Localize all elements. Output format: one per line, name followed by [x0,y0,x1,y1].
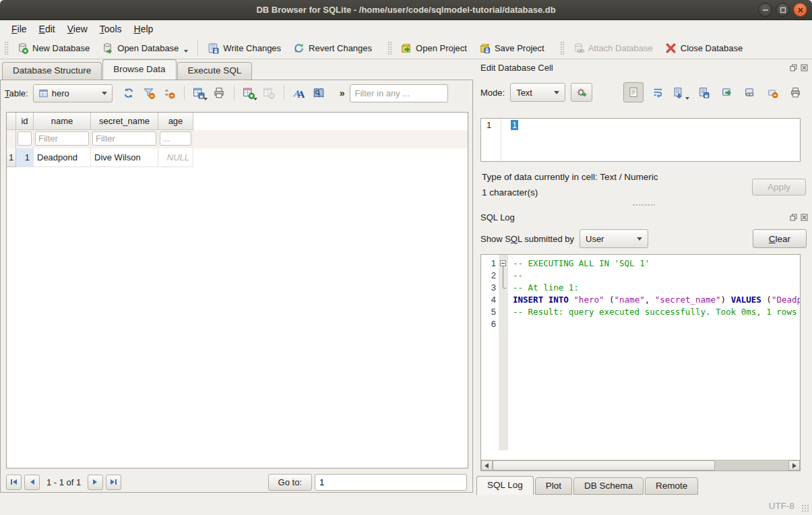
dropdown-caret[interactable] [685,97,689,100]
toolbar-grip[interactable] [387,41,392,55]
float-dock-icon[interactable] [789,63,798,72]
find-in-table-button[interactable] [310,84,328,102]
filter-input-age[interactable] [160,131,191,146]
scrollbar-thumb[interactable] [493,460,715,471]
first-page-button[interactable] [6,475,22,490]
save-project-button[interactable]: Save Project [473,40,551,57]
table-label: Table: [5,88,28,98]
dropdown-caret[interactable] [204,98,208,100]
row-header[interactable]: 1 [7,148,16,167]
next-page-button[interactable] [88,475,103,490]
grid-header-row: id name secret_name age [7,113,468,130]
table-select[interactable]: hero [33,84,113,102]
new-database-button[interactable]: New Database [11,40,96,57]
sql-log-view[interactable]: 1 2 3 4 5 6 -- EXECUTING ALL IN 'SQL 1'-… [480,254,801,471]
open-link-button[interactable] [741,84,758,101]
scroll-left-arrow[interactable] [481,460,493,471]
cell-name[interactable]: Deadpond [34,148,91,167]
filter-any-column-input[interactable] [350,84,448,102]
menu-help[interactable]: Help [128,22,160,36]
fold-margin[interactable] [499,255,508,450]
show-sql-select[interactable]: User [580,229,648,248]
cell-editor[interactable]: 1 1 [480,118,801,162]
menu-file[interactable]: File [5,22,33,36]
close-dock-icon[interactable] [800,213,809,222]
auto-switch-mode-button[interactable] [571,83,592,102]
tab-sql-log[interactable]: SQL Log [476,476,534,495]
filter-input-id[interactable] [18,131,32,146]
tab-execute-sql[interactable]: Execute SQL [177,62,253,80]
save-table-view-button[interactable] [190,84,208,102]
export-to-file-button[interactable] [695,84,712,101]
column-header-secret-name[interactable]: secret_name [91,113,158,130]
tab-browse-data[interactable]: Browse Data [102,59,176,80]
previous-page-button[interactable] [24,475,40,490]
cell-age[interactable]: NULL [158,148,193,167]
goto-input[interactable] [315,474,467,491]
word-wrap-button[interactable] [649,84,666,101]
open-external-button[interactable] [718,84,735,101]
encoding-indicator[interactable]: UTF-8 [769,501,794,511]
write-changes-button[interactable]: Write Changes [201,40,287,57]
menu-view[interactable]: View [61,22,94,36]
data-grid: id name secret_name age 1 1 Deadpond Div… [6,112,468,468]
close-database-button[interactable]: Close Database [659,40,749,57]
column-header-id[interactable]: id [16,113,34,130]
scroll-right-arrow[interactable] [788,460,800,471]
sql-log-dock-title: SQL Log [480,212,515,222]
text-mode-button[interactable] [623,82,644,102]
insert-record-button[interactable] [240,84,258,102]
menu-edit[interactable]: Edit [33,22,61,36]
revert-changes-button[interactable]: Revert Changes [287,40,378,57]
fold-collapse-icon[interactable] [500,260,506,266]
set-null-button[interactable] [763,84,781,101]
scrollbar-trough[interactable] [715,460,788,471]
column-header-name[interactable]: name [34,113,91,130]
filter-input-name[interactable] [35,131,89,146]
open-database-button[interactable]: Open Database [96,40,194,57]
toolbar-overflow-chevron[interactable]: » [337,88,348,98]
filter-input-secret-name[interactable] [92,131,156,146]
clear-sorting-button[interactable] [160,84,179,102]
horizontal-scrollbar[interactable] [481,460,800,471]
import-from-file-button[interactable] [672,84,689,101]
close-button[interactable] [793,3,807,17]
open-database-dropdown-caret[interactable] [184,50,188,53]
toolbar-grip[interactable] [4,41,9,55]
mode-select[interactable]: Text [510,83,565,102]
toolbar-grip[interactable] [560,41,565,55]
edit-display-format-button[interactable]: A A [290,84,308,102]
tab-plot[interactable]: Plot [535,477,572,495]
new-database-icon [17,42,28,54]
float-dock-icon[interactable] [789,213,798,222]
window-title: DB Browser for SQLite - /home/user/code/… [256,5,555,15]
dropdown-caret[interactable] [253,98,257,100]
clear-filters-button[interactable] [140,84,158,102]
sql-log-line-numbers: 1 2 3 4 5 6 [481,255,499,450]
last-page-button[interactable] [106,475,121,490]
dock-splitter[interactable] [475,202,812,208]
goto-button[interactable]: Go to: [268,474,312,491]
open-project-icon [400,42,412,54]
close-database-label: Close Database [681,43,743,53]
tab-remote[interactable]: Remote [645,477,698,495]
resize-grip[interactable] [801,504,810,513]
minimize-button[interactable] [758,3,772,17]
close-dock-icon[interactable] [800,63,809,72]
svg-text:A: A [297,89,305,99]
cell-secret-name[interactable]: Dive Wilson [91,148,158,167]
menu-tools[interactable]: Tools [94,22,128,36]
clear-log-button[interactable]: Clear [753,229,807,248]
tab-database-structure[interactable]: Database Structure [2,62,102,80]
print-cell-button[interactable] [786,84,804,101]
table-row[interactable]: 1 1 Deadpond Dive Wilson NULL [7,148,468,167]
maximize-button[interactable] [776,3,790,17]
cell-id[interactable]: 1 [16,148,34,167]
open-project-button[interactable]: Open Project [394,40,473,57]
column-header-age[interactable]: age [158,113,193,130]
print-button[interactable] [210,84,228,102]
refresh-button[interactable] [120,84,138,102]
editor-content[interactable]: 1 [501,119,800,161]
tab-db-schema[interactable]: DB Schema [573,477,644,495]
apply-button[interactable]: Apply [752,179,806,195]
